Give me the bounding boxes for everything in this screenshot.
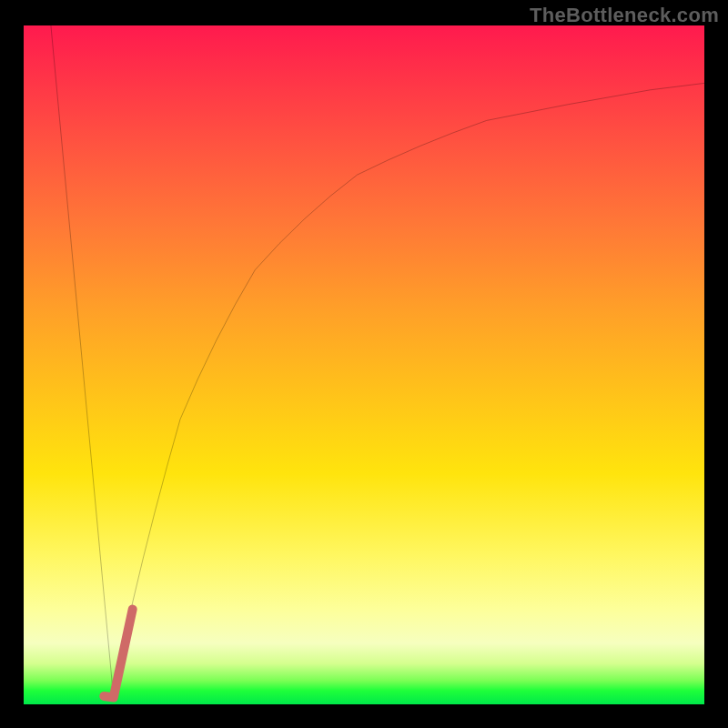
chart-frame: TheBottleneck.com bbox=[0, 0, 728, 728]
black-curve-left-path bbox=[51, 25, 114, 698]
plot-area bbox=[24, 25, 704, 704]
curve-layer bbox=[24, 25, 704, 704]
watermark-text: TheBottleneck.com bbox=[530, 4, 719, 27]
highlight-tick-path bbox=[104, 610, 132, 698]
black-curve-right-path bbox=[114, 83, 704, 697]
